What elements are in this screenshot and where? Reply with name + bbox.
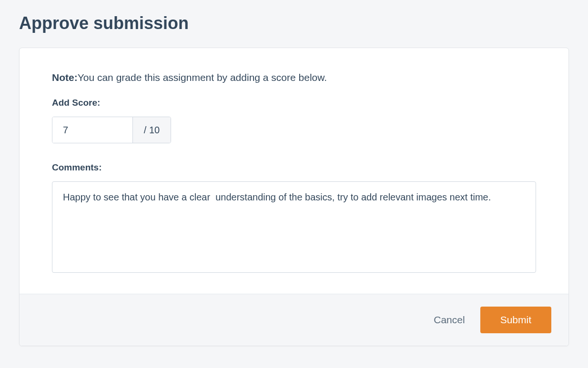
cancel-button[interactable]: Cancel (432, 311, 466, 328)
comments-label: Comments: (52, 162, 536, 173)
comments-textarea[interactable] (52, 181, 536, 273)
note-text: You can grade this assignment by adding … (78, 72, 327, 83)
submit-button[interactable]: Submit (480, 307, 551, 333)
score-label: Add Score: (52, 98, 536, 108)
note-line: Note:You can grade this assignment by ad… (52, 72, 536, 83)
page-title: Approve submission (19, 13, 569, 33)
card-footer: Cancel Submit (20, 294, 568, 346)
note-label: Note: (52, 72, 78, 83)
score-input-group: / 10 (52, 117, 171, 143)
score-max-display: / 10 (132, 117, 171, 143)
card-body: Note:You can grade this assignment by ad… (20, 48, 568, 294)
score-input[interactable] (52, 117, 132, 143)
approve-submission-card: Note:You can grade this assignment by ad… (19, 48, 569, 346)
